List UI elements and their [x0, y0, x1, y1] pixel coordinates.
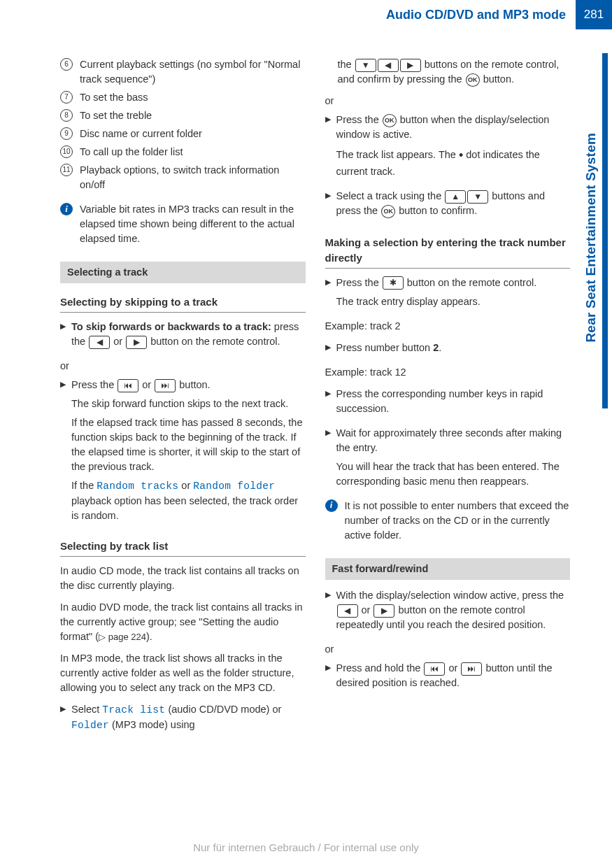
down-button-icon: ▼: [355, 59, 376, 72]
skip-back-button-icon: ⏮: [118, 379, 138, 392]
legend-marker-10: 10: [60, 145, 73, 158]
instruction-step: ▶ Select a track using the ▲▼ buttons an…: [325, 189, 571, 222]
menu-option-random-folder: Random folder: [193, 481, 275, 492]
step-marker-icon: ▶: [325, 664, 331, 671]
step-text: Press number button: [336, 342, 434, 353]
legend-marker-6: 6: [60, 58, 73, 71]
info-note: i Variable bit rates in MP3 tracks can r…: [60, 202, 306, 246]
ok-button-icon: OK: [383, 114, 397, 127]
instruction-step: ▶ Press the corresponding number keys in…: [325, 387, 571, 420]
step-text: Select a track using the: [336, 190, 445, 201]
step-body: Select Track list (audio CD/DVD mode) or…: [71, 702, 306, 737]
page-xref: ▷ page 224: [99, 632, 146, 642]
step-marker-icon: ▶: [325, 343, 331, 351]
step-marker-icon: ▶: [60, 322, 66, 330]
step-text: the: [338, 59, 355, 70]
legend-marker-7: 7: [60, 91, 73, 104]
legend-text: To set the treble: [80, 108, 152, 123]
step-text: or: [111, 336, 125, 347]
numbered-legend: 6Current playback settings (no symbol fo…: [60, 57, 306, 192]
instruction-step: ▶ With the display/selection window acti…: [325, 588, 571, 636]
step-text: Press the corresponding number keys in r…: [336, 387, 571, 416]
step-text: or: [178, 480, 193, 491]
step-bold: 2: [433, 342, 439, 353]
side-tab-label: Rear Seat Entertainment System: [581, 133, 601, 343]
step-marker-icon: ▶: [60, 380, 66, 388]
step-body: Press and hold the ⏮ or ⏭ button until t…: [336, 661, 571, 695]
step-marker-icon: ▶: [325, 115, 331, 123]
step-text: If the: [71, 480, 97, 491]
legend-marker-8: 8: [60, 109, 73, 122]
step-body: Press number button 2.: [336, 341, 442, 360]
ok-button-icon: OK: [466, 73, 480, 87]
info-note: i It is not possible to enter numbers th…: [325, 499, 571, 543]
side-tab-bar: [602, 53, 608, 408]
step-text: button on the remote control.: [148, 336, 280, 347]
info-icon: i: [325, 499, 338, 512]
menu-option-random-tracks: Random tracks: [97, 481, 178, 492]
legend-marker-9: 9: [60, 127, 73, 140]
instruction-step: ▶ Wait for approximately three seconds a…: [325, 426, 571, 493]
step-text: button to confirm.: [396, 205, 477, 216]
left-column: 6Current playback settings (no symbol fo…: [60, 57, 306, 743]
or-separator: or: [325, 94, 571, 108]
ok-button-icon: OK: [381, 205, 395, 218]
step-marker-icon: ▶: [325, 429, 331, 436]
step-body: Press the OK button when the display/sel…: [336, 113, 571, 183]
example-label: Example: track 12: [325, 365, 571, 380]
down-button-icon: ▼: [467, 190, 488, 204]
info-icon: i: [60, 203, 73, 215]
legend-item: 10To call up the folder list: [60, 145, 306, 159]
step-text: Press the: [71, 379, 117, 390]
instruction-step: ▶ Press the ✱ button on the remote contr…: [325, 276, 571, 313]
step-marker-icon: ▶: [60, 705, 66, 713]
step-text: .: [439, 342, 441, 353]
step-text: With the display/selection window active…: [336, 590, 564, 601]
up-button-icon: ▲: [445, 190, 466, 204]
step-marker-icon: ▶: [325, 390, 331, 397]
instruction-step: ▶ Press the ⏮ or ⏭ button. The skip forw…: [60, 378, 306, 527]
step-bold: To skip forwards or backwards to a track…: [71, 321, 271, 332]
step-text: The track entry display appears.: [336, 294, 537, 309]
right-column: the ▼◀▶ buttons on the remote control, a…: [325, 57, 571, 743]
example-label: Example: track 2: [325, 319, 571, 334]
step-text: (audio CD/DVD mode) or: [165, 704, 281, 715]
or-separator: or: [60, 359, 306, 373]
legend-item: 8To set the treble: [60, 108, 306, 123]
page-header: Audio CD/DVD and MP3 mode 281: [0, 0, 612, 29]
step-text: Select: [71, 704, 102, 715]
legend-marker-11: 11: [60, 164, 73, 176]
paragraph: In audio DVD mode, the track list contai…: [60, 600, 306, 644]
step-text: button.: [176, 379, 210, 390]
continuation-paragraph: the ▼◀▶ buttons on the remote control, a…: [325, 57, 571, 87]
subheading-direct-entry: Making a selection by entering the track…: [325, 235, 571, 269]
paragraph: In MP3 mode, the track list shows all tr…: [60, 651, 306, 695]
legend-item: 9Disc name or current folder: [60, 127, 306, 141]
section-heading-selecting-track: Selecting a track: [60, 262, 306, 283]
right-button-icon: ▶: [373, 604, 394, 618]
instruction-step: ▶ Press number button 2.: [325, 341, 571, 360]
right-button-icon: ▶: [400, 59, 421, 72]
step-text: You will hear the track that has been en…: [336, 460, 571, 489]
paragraph: In audio CD mode, the track list contain…: [60, 564, 306, 593]
legend-text: To call up the folder list: [80, 145, 183, 159]
step-text: Press the: [336, 114, 382, 125]
section-heading-ffrw: Fast forward/rewind: [325, 558, 571, 580]
left-button-icon: ◀: [378, 59, 399, 72]
legend-text: To set the bass: [80, 90, 148, 105]
step-text: Press and hold the: [336, 662, 424, 674]
legend-text: Playback options, to switch track inform…: [80, 163, 306, 192]
legend-item: 7To set the bass: [60, 90, 306, 105]
step-text: button on the remote control.: [404, 277, 536, 288]
instruction-step: ▶ Press and hold the ⏮ or ⏭ button until…: [325, 661, 571, 695]
skip-fwd-button-icon: ⏭: [461, 662, 482, 676]
step-marker-icon: ▶: [325, 278, 331, 286]
step-text: or: [446, 662, 460, 674]
page-number: 281: [576, 0, 612, 29]
step-text: If the elapsed track time has passed 8 s…: [71, 415, 306, 474]
menu-option-folder: Folder: [71, 720, 109, 731]
step-marker-icon: ▶: [325, 591, 331, 599]
step-body: Press the corresponding number keys in r…: [336, 387, 571, 420]
step-body: Select a track using the ▲▼ buttons and …: [336, 189, 571, 222]
skip-fwd-button-icon: ⏭: [155, 379, 176, 392]
